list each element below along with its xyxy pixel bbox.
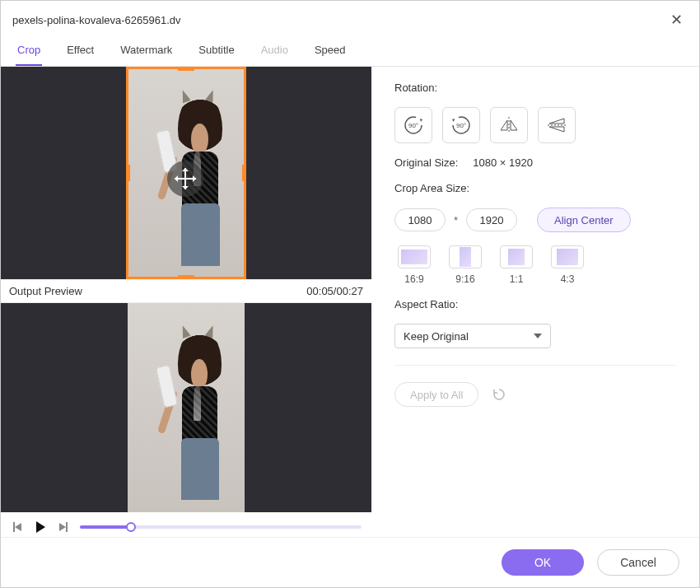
aspect-ratio-label: Aspect Ratio:	[394, 298, 676, 310]
right-panel: Rotation: 90° 90° Original Size: 1080 × …	[371, 67, 699, 537]
ratio-16-9[interactable]: 16:9	[394, 245, 434, 285]
divider	[394, 365, 676, 366]
ratio-label: 4:3	[561, 273, 575, 285]
multiply-symbol: *	[454, 214, 458, 226]
svg-text:90°: 90°	[456, 122, 466, 129]
tab-audio: Audio	[259, 39, 290, 66]
tabs: Crop Effect Watermark Subtitle Audio Spe…	[1, 35, 699, 67]
apply-row: Apply to All	[394, 382, 676, 407]
tab-crop[interactable]: Crop	[16, 39, 42, 66]
ratio-label: 9:16	[455, 273, 474, 285]
timecode: 00:05/00:27	[306, 285, 363, 297]
crop-width-input[interactable]	[394, 208, 446, 231]
cancel-button[interactable]: Cancel	[597, 549, 679, 576]
rotation-buttons: 90° 90°	[394, 107, 676, 143]
crop-area-row: * Align Center	[394, 208, 676, 232]
play-button[interactable]	[34, 520, 47, 534]
flip-horizontal-icon[interactable]	[490, 107, 528, 143]
ratio-label: 1:1	[510, 273, 524, 285]
align-center-button[interactable]: Align Center	[537, 208, 631, 232]
tab-subtitle[interactable]: Subtitle	[197, 39, 236, 66]
video-frame	[126, 67, 245, 279]
tab-speed[interactable]: Speed	[313, 39, 348, 66]
output-preview	[1, 303, 371, 512]
ratio-1-1[interactable]: 1:1	[497, 245, 536, 285]
move-handle-icon[interactable]	[167, 161, 203, 197]
original-size-label: Original Size:	[394, 156, 458, 169]
chevron-down-icon	[534, 334, 542, 338]
reset-icon[interactable]	[492, 387, 506, 402]
rotate-ccw-icon[interactable]: 90°	[442, 107, 480, 143]
left-panel: Output Preview 00:05/00:27	[1, 67, 371, 537]
seek-thumb[interactable]	[126, 522, 136, 532]
crop-height-input[interactable]	[466, 208, 517, 231]
aspect-ratio-select[interactable]: Keep Original	[394, 324, 551, 348]
crop-preview[interactable]	[1, 67, 371, 279]
dialog-body: Output Preview 00:05/00:27	[1, 67, 699, 537]
ratio-label: 16:9	[404, 273, 423, 285]
original-size-row: Original Size: 1080 × 1920	[394, 156, 676, 169]
ok-button[interactable]: OK	[502, 549, 584, 576]
titlebar: pexels-polina-kovaleva-6265961.dv ✕	[1, 1, 699, 35]
rotation-label: Rotation:	[394, 82, 676, 94]
rotate-cw-icon[interactable]: 90°	[394, 107, 432, 143]
preview-info-bar: Output Preview 00:05/00:27	[1, 279, 371, 303]
prev-frame-button[interactable]	[11, 520, 24, 534]
aspect-ratio-value: Keep Original	[404, 330, 469, 343]
output-frame	[128, 303, 245, 512]
ratio-presets: 16:9 9:16 1:1 4:3	[394, 245, 676, 285]
next-frame-button[interactable]	[57, 520, 70, 534]
close-icon[interactable]: ✕	[665, 9, 688, 30]
ratio-4-3[interactable]: 4:3	[548, 245, 587, 285]
ratio-9-16[interactable]: 9:16	[446, 245, 485, 285]
crop-dialog: pexels-polina-kovaleva-6265961.dv ✕ Crop…	[0, 0, 700, 588]
original-size-value: 1080 × 1920	[473, 156, 533, 169]
crop-area-label: Crop Area Size:	[394, 182, 676, 194]
apply-to-all-button[interactable]: Apply to All	[394, 382, 478, 407]
tab-effect[interactable]: Effect	[65, 39, 96, 66]
svg-text:90°: 90°	[408, 122, 418, 129]
dialog-footer: OK Cancel	[1, 537, 699, 587]
flip-vertical-icon[interactable]	[538, 107, 576, 143]
seek-slider[interactable]	[80, 520, 362, 534]
output-preview-label: Output Preview	[9, 285, 82, 297]
playback-controls	[1, 512, 371, 537]
window-title: pexels-polina-kovaleva-6265961.dv	[12, 14, 181, 26]
tab-watermark[interactable]: Watermark	[119, 39, 174, 66]
